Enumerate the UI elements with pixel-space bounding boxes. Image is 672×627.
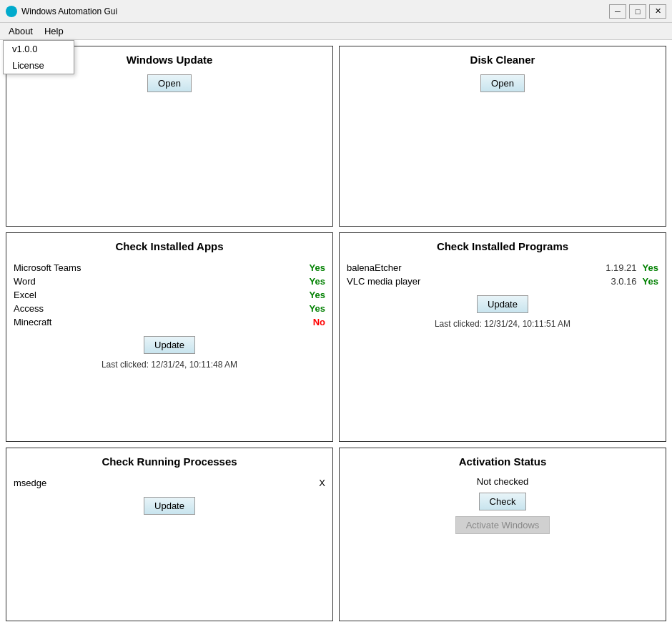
app-status: Yes xyxy=(310,290,325,300)
update-btn-wrap: Update xyxy=(14,336,325,354)
app-status: Yes xyxy=(310,303,325,314)
processes-list: msedge X xyxy=(14,476,325,490)
app-name: Word xyxy=(14,276,36,287)
disk-cleaner-title: Disk Cleaner xyxy=(470,54,535,66)
check-installed-apps-panel: Check Installed Apps Microsoft Teams Yes… xyxy=(6,232,333,442)
program-name: VLC media player xyxy=(347,276,611,287)
program-status: Yes xyxy=(643,276,658,287)
list-item: Access Yes xyxy=(14,302,325,315)
disk-cleaner-panel: Disk Cleaner Open xyxy=(339,46,666,227)
title-bar: Windows Automation Gui ─ □ ✕ xyxy=(0,0,672,23)
help-menu[interactable]: Help xyxy=(39,24,69,38)
app-status: Yes xyxy=(310,276,325,287)
main-content: Windows Update Open Disk Cleaner Open Ch… xyxy=(0,40,672,627)
window-controls: ─ □ ✕ xyxy=(609,4,666,19)
activation-status-title: Activation Status xyxy=(459,455,547,468)
apps-list: Microsoft Teams Yes Word Yes Excel Yes A… xyxy=(14,261,325,329)
app-name: Minecraft xyxy=(14,317,51,327)
activate-windows-button[interactable]: Activate Windows xyxy=(455,516,550,534)
windows-update-open-button[interactable]: Open xyxy=(147,74,192,92)
license-item[interactable]: License xyxy=(4,57,74,74)
app-status: Yes xyxy=(310,262,325,273)
disk-cleaner-open-button[interactable]: Open xyxy=(480,74,525,92)
check-running-processes-panel: Check Running Processes msedge X Update xyxy=(6,448,333,621)
update-btn-wrap: Update xyxy=(14,497,325,515)
app-name: Access xyxy=(14,303,44,314)
programs-list: balenaEtcher 1.19.21 Yes VLC media playe… xyxy=(347,261,658,288)
windows-update-title: Windows Update xyxy=(127,54,213,66)
check-running-processes-update-button[interactable]: Update xyxy=(144,497,195,515)
check-running-processes-title: Check Running Processes xyxy=(102,455,237,468)
close-button[interactable]: ✕ xyxy=(649,4,666,19)
list-item: balenaEtcher 1.19.21 Yes xyxy=(347,261,658,275)
list-item: msedge X xyxy=(14,476,325,490)
about-dropdown: v1.0.0 License xyxy=(3,40,74,74)
process-name: msedge xyxy=(14,478,46,488)
program-name: balenaEtcher xyxy=(347,262,606,273)
app-name: Excel xyxy=(14,290,36,300)
update-btn-wrap: Update xyxy=(347,295,658,313)
app-name: Microsoft Teams xyxy=(14,262,81,273)
check-installed-apps-update-button[interactable]: Update xyxy=(144,336,195,354)
list-item: Minecraft No xyxy=(14,315,325,329)
programs-last-clicked: Last clicked: 12/31/24, 10:11:51 AM xyxy=(435,319,570,329)
activation-status-panel: Activation Status Not checked Check Acti… xyxy=(339,448,666,621)
version-item[interactable]: v1.0.0 xyxy=(4,41,74,57)
program-version: 1.19.21 xyxy=(606,262,636,273)
about-menu[interactable]: About xyxy=(3,24,39,38)
program-version: 3.0.16 xyxy=(611,276,636,287)
apps-last-clicked: Last clicked: 12/31/24, 10:11:48 AM xyxy=(102,360,237,370)
program-status: Yes xyxy=(643,262,658,273)
check-installed-apps-title: Check Installed Apps xyxy=(115,240,223,252)
list-item: Word Yes xyxy=(14,275,325,288)
app-status: No xyxy=(313,317,325,327)
list-item: Microsoft Teams Yes xyxy=(14,261,325,275)
check-installed-programs-panel: Check Installed Programs balenaEtcher 1.… xyxy=(339,232,666,442)
check-installed-programs-title: Check Installed Programs xyxy=(437,240,568,252)
maximize-button[interactable]: □ xyxy=(629,4,646,19)
check-installed-programs-update-button[interactable]: Update xyxy=(477,295,528,313)
activation-check-button[interactable]: Check xyxy=(479,493,527,510)
minimize-button[interactable]: ─ xyxy=(609,4,626,19)
list-item: Excel Yes xyxy=(14,288,325,302)
window-title: Windows Automation Gui xyxy=(21,6,609,16)
activation-status-text: Not checked xyxy=(477,476,528,487)
list-item: VLC media player 3.0.16 Yes xyxy=(347,275,658,288)
process-status: X xyxy=(319,478,325,488)
menu-bar: About Help v1.0.0 License xyxy=(0,23,672,40)
app-icon xyxy=(6,6,17,17)
